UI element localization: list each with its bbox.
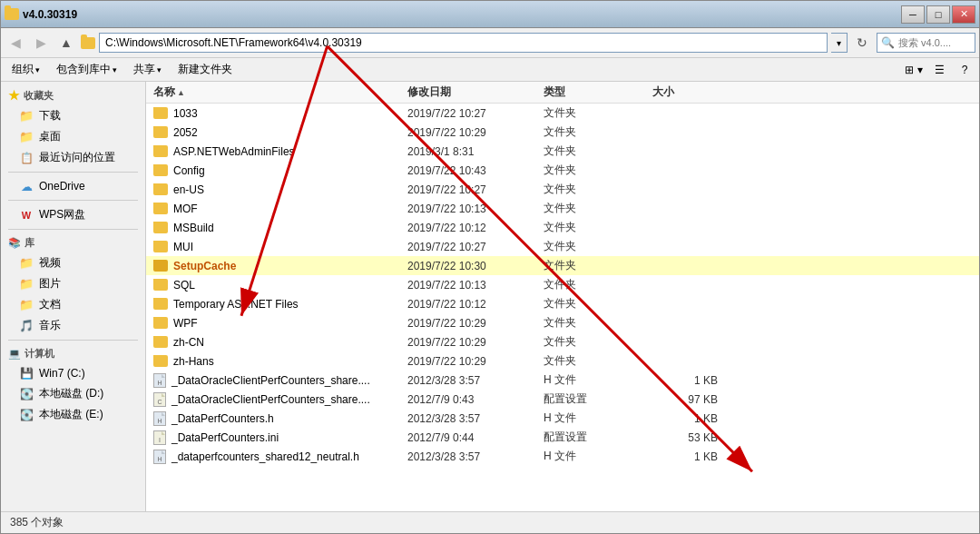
maximize-button[interactable]: □ [926,5,950,24]
nav-bar: ◀ ▶ ▲ ▾ ↻ 🔍 [1,28,979,57]
sidebar-item-download[interactable]: 📁 下载 [1,105,145,126]
folder-icon: 🎵 [19,319,34,333]
cfg-file-icon: C [153,392,166,407]
sidebar-item-music[interactable]: 🎵 音乐 [1,315,145,336]
file-date: 2019/7/22 10:27 [407,241,544,253]
help-button[interactable]: ? [954,60,975,80]
col-header-type[interactable]: 类型 [544,84,652,100]
folder-icon [153,164,168,176]
table-row[interactable]: MOF 2019/7/22 10:13 文件夹 [146,199,979,218]
address-bar[interactable] [99,33,828,53]
table-row[interactable]: Temporary ASP.NET Files 2019/7/22 10:12 … [146,294,979,313]
cloud-icon: ☁ [19,179,34,193]
file-type: 文件夹 [544,182,652,197]
table-row[interactable]: 2052 2019/7/22 10:29 文件夹 [146,123,979,142]
search-input[interactable] [898,37,971,48]
up-button[interactable]: ▲ [55,32,77,54]
details-view-button[interactable]: ☰ [928,60,950,80]
file-name: 1033 [153,107,407,120]
table-row[interactable]: Config 2019/7/22 10:43 文件夹 [146,161,979,180]
folder-icon [153,183,168,195]
file-date: 2012/3/28 3:57 [407,374,544,387]
table-row[interactable]: MSBuild 2019/7/22 10:12 文件夹 [146,218,979,237]
file-type: 文件夹 [544,143,652,159]
sidebar-item-onedrive[interactable]: ☁ OneDrive [1,176,145,196]
sidebar-item-pictures[interactable]: 📁 图片 [1,273,145,294]
file-date: 2019/7/22 10:13 [407,279,544,292]
sidebar-item-documents[interactable]: 📁 文档 [1,294,145,315]
file-name: 2052 [153,126,407,139]
folder-icon [153,298,168,310]
col-header-size[interactable]: 大小 [652,84,725,100]
address-dropdown-button[interactable]: ▾ [831,33,848,53]
file-name: SQL [153,279,407,292]
folder-icon: 📁 [19,130,34,144]
file-date: 2012/3/28 3:57 [407,450,544,463]
main-content: ★ 收藏夹 📁 下载 📁 桌面 📋 最近访问的位置 [1,82,979,511]
sidebar-section-computer: 💻 计算机 💾 Win7 (C:) 💽 本地磁盘 (D:) 💽 本地磁盘 (E:… [1,344,145,425]
sidebar-item-drive-d[interactable]: 💽 本地磁盘 (D:) [1,383,145,404]
menu-new-folder[interactable]: 新建文件夹 [171,60,240,79]
file-name: WPF [153,317,407,330]
sidebar-item-drive-e[interactable]: 💽 本地磁盘 (E:) [1,404,145,425]
refresh-button[interactable]: ↻ [851,33,873,53]
forward-button[interactable]: ▶ [30,32,52,54]
drive-e-icon: 💽 [19,408,34,422]
view-options-button[interactable]: ⊞ ▾ [903,60,925,80]
table-row[interactable]: H _DataOracleClientPerfCounters_share...… [146,371,979,390]
menu-share[interactable]: 共享 ▾ [126,60,169,79]
table-row[interactable]: zh-CN 2019/7/22 10:29 文件夹 [146,332,979,351]
sidebar-divider-4 [8,340,138,341]
menu-organize[interactable]: 组织 ▾ [5,60,47,79]
sidebar-section-onedrive: ☁ OneDrive [1,176,145,196]
file-date: 2019/7/22 10:29 [407,126,544,139]
file-type: 配置设置 [544,391,652,407]
file-name: en-US [153,183,407,196]
table-row[interactable]: SQL 2019/7/22 10:13 文件夹 [146,275,979,294]
file-type: 文件夹 [544,353,652,369]
table-row[interactable]: ASP.NETWebAdminFiles 2019/3/1 8:31 文件夹 [146,142,979,161]
include-library-arrow-icon: ▾ [113,65,117,74]
table-row[interactable]: MUI 2019/7/22 10:27 文件夹 [146,237,979,256]
table-row[interactable]: H _DataPerfCounters.h 2012/3/28 3:57 H 文… [146,409,979,428]
drive-c-icon: 💾 [19,366,34,381]
sidebar: ★ 收藏夹 📁 下载 📁 桌面 📋 最近访问的位置 [1,82,146,511]
sidebar-divider-3 [8,229,138,230]
file-type: 文件夹 [544,105,652,121]
sidebar-item-desktop[interactable]: 📁 桌面 [1,126,145,147]
minimize-button[interactable]: ─ [901,5,925,24]
file-date: 2019/7/22 10:12 [407,222,544,234]
sidebar-item-wps[interactable]: W WPS网盘 [1,204,145,225]
table-row[interactable]: I _DataPerfCounters.ini 2012/7/9 0:44 配置… [146,428,979,447]
file-name: ASP.NETWebAdminFiles [153,145,407,158]
close-button[interactable]: ✕ [952,5,975,24]
sidebar-item-recent[interactable]: 📋 最近访问的位置 [1,147,145,168]
file-type: 文件夹 [544,296,652,312]
sidebar-header-library[interactable]: 📚 库 [1,233,145,252]
file-size: 97 KB [652,393,725,406]
menu-include-library[interactable]: 包含到库中 ▾ [49,60,124,79]
table-row[interactable]: en-US 2019/7/22 10:27 文件夹 [146,180,979,199]
explorer-window: v4.0.30319 ─ □ ✕ ◀ ▶ ▲ ▾ ↻ 🔍 组 [0,0,980,534]
sidebar-item-drive-c[interactable]: 💾 Win7 (C:) [1,363,145,383]
back-button[interactable]: ◀ [5,32,26,54]
col-header-name[interactable]: 名称 ▲ [153,84,407,100]
col-header-date[interactable]: 修改日期 [407,84,544,100]
file-date: 2012/7/9 0:44 [407,431,544,444]
file-type: 文件夹 [544,277,652,292]
file-type: H 文件 [544,372,652,388]
table-row[interactable]: SetupCache 2019/7/22 10:30 文件夹 [146,256,979,275]
sidebar-section-favorites: ★ 收藏夹 📁 下载 📁 桌面 📋 最近访问的位置 [1,85,145,168]
file-date: 2019/7/22 10:27 [407,183,544,196]
folder-icon: 📁 [19,256,34,271]
sidebar-header-favorites[interactable]: ★ 收藏夹 [1,85,145,105]
sidebar-header-computer[interactable]: 💻 计算机 [1,344,145,363]
table-row[interactable]: H _dataperfcounters_shared12_neutral.h 2… [146,447,979,466]
table-row[interactable]: C _DataOracleClientPerfCounters_share...… [146,390,979,409]
table-row[interactable]: WPF 2019/7/22 10:29 文件夹 [146,313,979,332]
address-bar-container: ▾ ↻ [99,33,873,53]
table-row[interactable]: zh-Hans 2019/7/22 10:29 文件夹 [146,351,979,371]
file-date: 2019/7/22 10:12 [407,298,544,311]
sidebar-item-video[interactable]: 📁 视频 [1,252,145,273]
table-row[interactable]: 1033 2019/7/22 10:27 文件夹 [146,104,979,123]
